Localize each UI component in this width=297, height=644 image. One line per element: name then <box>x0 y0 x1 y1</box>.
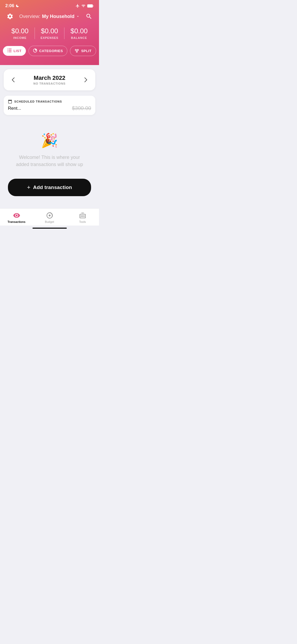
add-transaction-button[interactable]: + Add transaction <box>8 179 91 196</box>
split-icon <box>74 48 79 53</box>
svg-point-17 <box>49 215 50 217</box>
scheduled-label: SCHEDULED TRANSACTIONS <box>14 100 62 103</box>
expenses-label: EXPENSES <box>35 36 64 39</box>
empty-state-text: Welcome! This is where your added transa… <box>14 154 85 168</box>
transactions-nav-label: Transactions <box>8 220 26 223</box>
svg-rect-5 <box>7 50 8 50</box>
calendar-icon <box>8 99 12 104</box>
expenses-value: $0.00 <box>35 27 64 35</box>
bottom-nav: Transactions Budget Tools <box>0 208 99 226</box>
tab-categories-label: CATEGORIES <box>39 49 63 53</box>
nav-tools[interactable]: Tools <box>73 212 92 223</box>
svg-rect-19 <box>82 215 83 217</box>
scheduled-row[interactable]: Rent... $300.00 <box>8 105 91 111</box>
tab-categories[interactable]: CATEGORIES <box>29 46 67 56</box>
welcome-emoji: 🎉 <box>41 132 58 149</box>
month-info: March 2022 NO TRANSACTIONS <box>34 75 66 85</box>
status-icons <box>76 4 94 8</box>
status-time: 2:06 <box>5 3 19 8</box>
content-area: March 2022 NO TRANSACTIONS SCHEDULED TRA… <box>0 65 99 208</box>
nav-bar: Overview: My Household <box>0 10 99 24</box>
search-icon <box>86 13 92 20</box>
budget-nav-label: Budget <box>45 220 54 223</box>
income-label: INCOME <box>5 36 35 39</box>
plus-icon: + <box>27 184 30 191</box>
svg-rect-1 <box>87 4 92 7</box>
svg-rect-18 <box>81 215 82 217</box>
tools-nav-label: Tools <box>79 220 86 223</box>
rent-item-name: Rent... <box>8 106 21 111</box>
tab-list[interactable]: LIST <box>3 46 26 56</box>
balance-value: $0.00 <box>64 27 94 35</box>
month-title: March 2022 <box>34 75 66 81</box>
expenses-summary: $0.00 EXPENSES <box>35 27 64 39</box>
time-display: 2:06 <box>5 3 14 8</box>
add-button-wrap: + Add transaction <box>4 176 95 204</box>
summary-row: $0.00 INCOME $0.00 EXPENSES $0.00 BALANC… <box>0 24 99 46</box>
tools-icon <box>79 212 86 219</box>
income-summary: $0.00 INCOME <box>5 27 35 39</box>
add-transaction-label: Add transaction <box>33 185 72 190</box>
svg-rect-7 <box>7 52 8 52</box>
gear-icon <box>7 13 13 20</box>
title-bold: My Household <box>42 14 74 19</box>
no-transactions-label: NO TRANSACTIONS <box>34 82 66 85</box>
svg-rect-6 <box>9 50 12 50</box>
airplane-icon <box>76 4 80 8</box>
next-month-button[interactable] <box>82 76 90 84</box>
budget-icon <box>46 212 53 219</box>
svg-point-13 <box>76 49 76 50</box>
wifi-icon <box>81 4 86 8</box>
svg-rect-20 <box>83 215 84 217</box>
empty-state: 🎉 Welcome! This is where your added tran… <box>4 119 95 176</box>
svg-point-15 <box>77 51 77 52</box>
tab-list-label: LIST <box>13 49 21 53</box>
categories-icon <box>33 48 37 53</box>
scheduled-section: SCHEDULED TRANSACTIONS Rent... $300.00 <box>4 96 95 115</box>
dropdown-icon <box>76 15 80 18</box>
moon-icon <box>16 4 19 8</box>
nav-title[interactable]: Overview: My Household <box>19 14 80 19</box>
home-indicator <box>32 228 67 229</box>
transactions-icon <box>13 212 20 219</box>
svg-rect-2 <box>93 5 94 7</box>
status-bar: 2:06 <box>0 0 99 10</box>
battery-icon <box>87 4 94 8</box>
tab-split-label: SPLIT <box>81 49 91 53</box>
scheduled-header: SCHEDULED TRANSACTIONS <box>8 99 91 104</box>
month-card: March 2022 NO TRANSACTIONS <box>4 69 95 90</box>
rent-item-amount: $300.00 <box>72 105 91 111</box>
search-button[interactable] <box>84 12 94 21</box>
balance-label: BALANCE <box>64 36 94 39</box>
svg-point-14 <box>78 49 78 50</box>
tab-split[interactable]: SPLIT <box>70 46 96 56</box>
svg-rect-8 <box>9 52 12 52</box>
nav-budget[interactable]: Budget <box>40 212 59 223</box>
svg-rect-4 <box>9 49 12 49</box>
nav-transactions[interactable]: Transactions <box>7 212 26 223</box>
balance-summary: $0.00 BALANCE <box>64 27 94 39</box>
prev-month-button[interactable] <box>9 76 17 84</box>
list-icon <box>7 49 12 53</box>
settings-button[interactable] <box>5 12 15 21</box>
income-value: $0.00 <box>5 27 35 35</box>
title-prefix: Overview: <box>19 14 40 19</box>
tab-row: LIST CATEGORIES <box>0 46 99 57</box>
svg-rect-3 <box>7 49 8 49</box>
